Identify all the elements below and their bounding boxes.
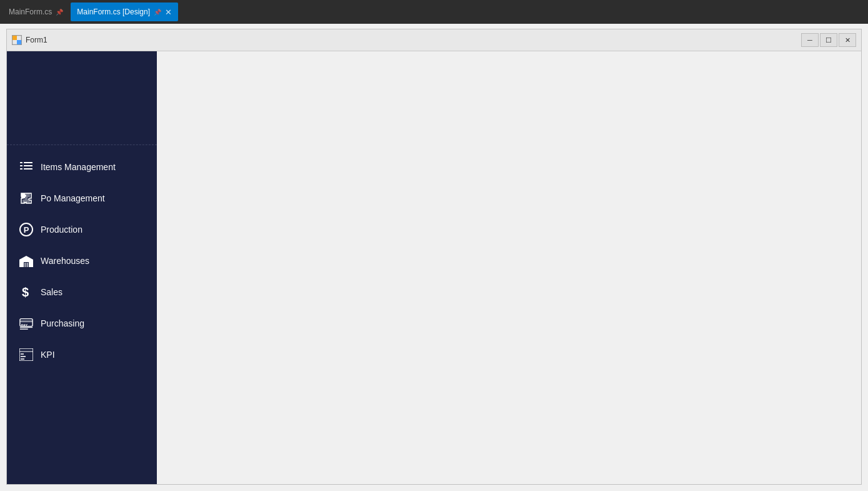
svg-text:$: $: [22, 285, 29, 299]
sidebar: Items Management Po Management: [7, 51, 157, 484]
svg-rect-23: [21, 353, 24, 355]
form-title-left: Form1: [12, 35, 47, 45]
tab-bar: MainForm.cs 📌 MainForm.cs [Design] 📌 ✕: [0, 0, 868, 24]
svg-text:PAY: PAY: [21, 323, 28, 327]
svg-rect-5: [20, 165, 22, 166]
puzzle-icon: [19, 191, 33, 205]
sidebar-item-kpi-label: KPI: [41, 350, 55, 360]
svg-rect-6: [24, 165, 32, 166]
sidebar-item-sales-label: Sales: [41, 287, 62, 297]
form-titlebar: Form1 ─ ☐ ✕: [6, 29, 862, 51]
sidebar-item-warehouses[interactable]: Warehouses: [7, 245, 157, 276]
sidebar-item-warehouses-label: Warehouses: [41, 256, 89, 266]
main-content: [157, 51, 861, 484]
form-body: Items Management Po Management: [6, 51, 862, 485]
svg-rect-25: [21, 358, 24, 360]
sidebar-item-po-management-label: Po Management: [41, 193, 105, 203]
svg-rect-17: [20, 320, 32, 322]
restore-button[interactable]: ☐: [820, 33, 837, 47]
sidebar-item-items-management-label: Items Management: [41, 162, 116, 172]
warehouse-icon: [19, 254, 33, 268]
svg-rect-8: [24, 168, 32, 170]
list-icon: [19, 160, 33, 174]
dollar-icon: $: [19, 285, 33, 299]
svg-rect-3: [20, 162, 22, 163]
svg-rect-7: [20, 168, 22, 170]
sidebar-item-po-management[interactable]: Po Management: [7, 183, 157, 214]
tab-mainform-cs-label: MainForm.cs: [9, 8, 52, 16]
svg-rect-2: [17, 40, 21, 44]
pin-icon: 📌: [56, 9, 63, 16]
form-controls: ─ ☐ ✕: [801, 33, 856, 47]
tab-mainform-design[interactable]: MainForm.cs [Design] 📌 ✕: [71, 3, 178, 21]
pay-icon: PAY: [19, 316, 33, 330]
svg-text:P: P: [24, 225, 29, 235]
tab-mainform-cs[interactable]: MainForm.cs 📌: [2, 3, 69, 21]
svg-rect-13: [24, 263, 26, 267]
sidebar-nav: Items Management Po Management: [7, 151, 157, 370]
close-button[interactable]: ✕: [839, 33, 856, 47]
svg-rect-1: [12, 36, 17, 40]
svg-rect-4: [24, 162, 32, 163]
sidebar-logo: [7, 58, 157, 145]
sidebar-item-purchasing-label: Purchasing: [41, 318, 84, 328]
sidebar-item-purchasing[interactable]: PAY Purchasing: [7, 308, 157, 339]
tab-mainform-design-label: MainForm.cs [Design]: [77, 8, 150, 16]
sidebar-item-items-management[interactable]: Items Management: [7, 151, 157, 183]
p-circle-icon: P: [19, 223, 33, 236]
kpi-icon: [19, 348, 33, 362]
sidebar-item-sales[interactable]: $ Sales: [7, 276, 157, 308]
sidebar-item-production-label: Production: [41, 225, 82, 235]
minimize-button[interactable]: ─: [801, 33, 819, 47]
svg-rect-14: [27, 263, 29, 267]
svg-rect-24: [21, 356, 26, 357]
designer-area: Form1 ─ ☐ ✕: [0, 24, 868, 491]
pin-icon-design: 📌: [154, 9, 161, 16]
form-title: Form1: [26, 36, 47, 44]
close-tab-icon[interactable]: ✕: [165, 8, 172, 17]
sidebar-item-kpi[interactable]: KPI: [7, 339, 157, 370]
sidebar-item-production[interactable]: P Production: [7, 214, 157, 245]
form-icon: [12, 35, 22, 45]
